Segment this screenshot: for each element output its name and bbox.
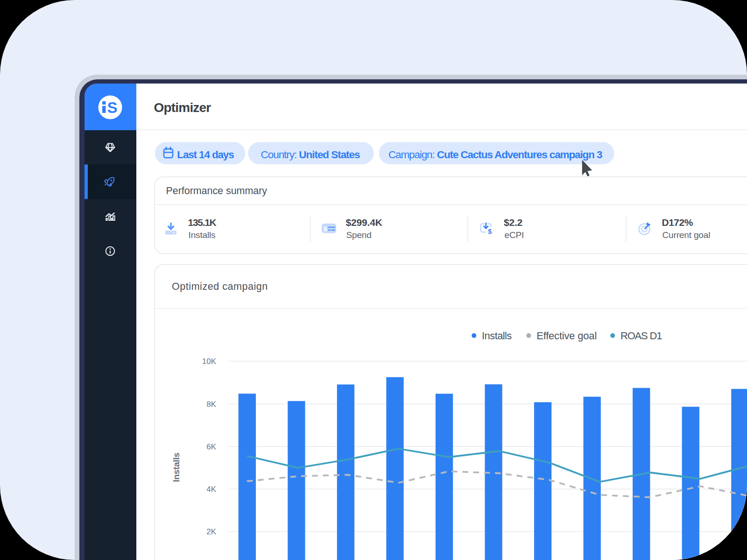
svg-text:Country: United States: Country: United States xyxy=(261,148,360,160)
svg-text:ROAS D1: ROAS D1 xyxy=(620,329,662,341)
svg-text:Current goal: Current goal xyxy=(662,230,710,240)
svg-text:Installs: Installs xyxy=(188,230,215,240)
svg-text:Optimized campaign: Optimized campaign xyxy=(172,281,268,292)
svg-text:$299.4K: $299.4K xyxy=(345,217,382,227)
svg-text:Spend: Spend xyxy=(346,230,371,240)
svg-text:D172%: D172% xyxy=(662,217,693,227)
svg-text:Optimizer: Optimizer xyxy=(154,100,211,114)
svg-text:S: S xyxy=(107,98,117,116)
svg-text:Installs: Installs xyxy=(482,329,512,341)
svg-text:135.1K: 135.1K xyxy=(188,217,216,227)
svg-text:$: $ xyxy=(488,227,492,235)
svg-text:10K: 10K xyxy=(202,357,216,365)
svg-text:Last 14 days: Last 14 days xyxy=(177,148,234,160)
svg-text:Installs: Installs xyxy=(171,452,181,482)
svg-text:4K: 4K xyxy=(206,484,216,493)
svg-text:Effective goal: Effective goal xyxy=(536,329,597,341)
svg-text:6K: 6K xyxy=(206,442,216,451)
svg-text:Campaign: Cute Cactus Adventur: Campaign: Cute Cactus Adventures campaig… xyxy=(388,148,602,160)
svg-text:$: $ xyxy=(324,225,327,232)
svg-text:8K: 8K xyxy=(206,399,216,408)
svg-text:$2.2: $2.2 xyxy=(504,217,522,227)
svg-text:Performance summary: Performance summary xyxy=(166,185,267,196)
svg-text:2K: 2K xyxy=(206,527,216,536)
svg-text:eCPI: eCPI xyxy=(504,230,524,240)
